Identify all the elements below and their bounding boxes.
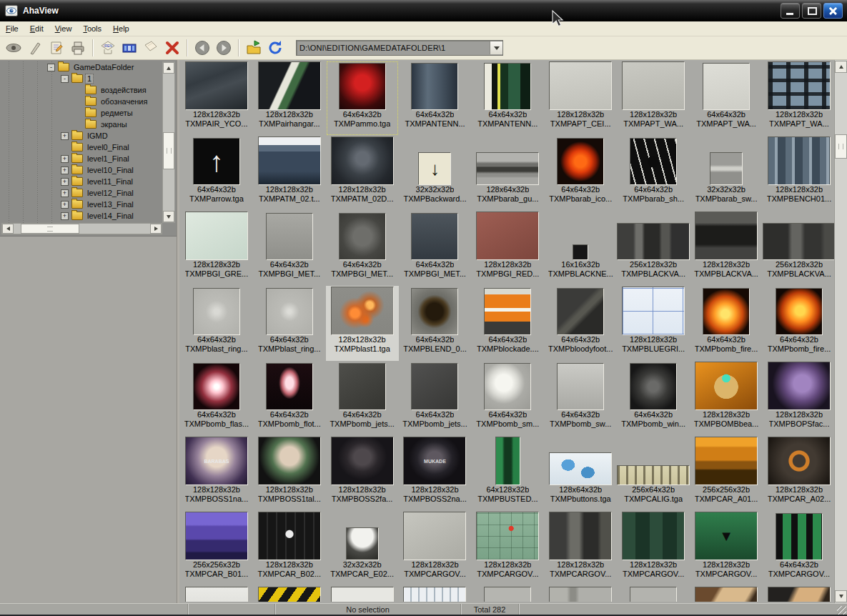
- tree-scroll-thumb[interactable]: [163, 132, 174, 169]
- thumbnail-image[interactable]: [630, 363, 677, 410]
- thumbnail-image[interactable]: [411, 288, 458, 335]
- thumbnail-item[interactable]: 64x64x32bTXMPbomb_jets...: [326, 361, 399, 436]
- grid-vertical-scrollbar[interactable]: [834, 60, 847, 603]
- thumbnail-item[interactable]: 64x64x32bTXMPbomb_flot...: [253, 361, 326, 436]
- back-button[interactable]: [192, 38, 213, 58]
- thumbnail-item[interactable]: 128x128x32bTXMPBLUEGRI...: [617, 286, 690, 361]
- collapse-toggle-icon[interactable]: -: [61, 75, 69, 83]
- thumbnail-item[interactable]: 32x32x32bTXMPCAR_E02...: [326, 511, 399, 586]
- thumbnail-image[interactable]: [258, 136, 321, 185]
- thumbnail-image[interactable]: [695, 437, 758, 485]
- thumbnail-item[interactable]: 256x128x32bTXMPBLACKVA...: [617, 211, 690, 286]
- thumbnail-image[interactable]: [557, 288, 604, 335]
- thumbnail-image[interactable]: [484, 587, 531, 602]
- thumbnail-item[interactable]: 64x64x32bTXMPbloodyfoot...: [544, 286, 617, 361]
- thumbnail-image[interactable]: [403, 587, 466, 602]
- thumbnail-item[interactable]: 128x128x32bTXMPAPT_WA...: [763, 61, 836, 136]
- tree-scroll-left-button[interactable]: [2, 224, 14, 234]
- thumbnail-item[interactable]: 128x128x32bTXMPBOMBbea...: [690, 361, 763, 436]
- tree-hscroll-thumb[interactable]: [21, 224, 79, 234]
- thumbnail-image[interactable]: ↓: [418, 152, 451, 185]
- thumbnail-image[interactable]: [622, 287, 685, 335]
- menu-view[interactable]: View: [49, 24, 78, 33]
- thumbnail-image[interactable]: [768, 136, 831, 185]
- thumbnail-image[interactable]: [768, 362, 831, 410]
- tree-horizontal-scrollbar[interactable]: [1, 223, 162, 234]
- thumbnail-image[interactable]: [495, 437, 520, 485]
- thumbnail-item[interactable]: 64x64x32bTXMPblockade....: [471, 286, 544, 361]
- tree-item-level1_Final[interactable]: +level1_Final: [0, 153, 162, 164]
- thumbnail-image[interactable]: [768, 437, 831, 485]
- expand-toggle-icon[interactable]: +: [61, 212, 69, 220]
- thumbnail-image[interactable]: [476, 512, 539, 560]
- tree-scroll-right-button[interactable]: [150, 224, 162, 234]
- tree-item-GameDataFolder[interactable]: -GameDataFolder: [0, 61, 162, 73]
- thumbnail-image[interactable]: [185, 512, 248, 560]
- thumbnail-item[interactable]: 128x128x32bTXMPBGI_GRE...: [180, 211, 253, 286]
- thumbnail-image[interactable]: [557, 138, 604, 185]
- delete-button[interactable]: [162, 38, 183, 58]
- tree-item-обозначения[interactable]: обозначения: [0, 96, 162, 107]
- thumbnail-image[interactable]: [339, 213, 386, 260]
- thumbnail-item[interactable]: 128x128x32bTXMPCARGOV...: [471, 511, 544, 586]
- thumbnail-item[interactable]: [544, 586, 617, 602]
- tree-vertical-scrollbar[interactable]: [162, 61, 175, 223]
- menu-help[interactable]: Help: [107, 24, 135, 33]
- thumbnail-item[interactable]: 128x128x32bTXMPATM_02.t...: [253, 136, 326, 211]
- description-button[interactable]: [46, 38, 67, 58]
- thumbnail-image[interactable]: [331, 287, 394, 335]
- thumbnail-item[interactable]: 64x64x32bTXMPbarab_ico...: [544, 136, 617, 211]
- thumbnail-item[interactable]: 32x32x32bTXMPbarab_sw...: [690, 136, 763, 211]
- thumbnail-image[interactable]: [549, 61, 612, 110]
- thumbnail-image[interactable]: [695, 587, 758, 602]
- convert-button[interactable]: [119, 38, 140, 58]
- thumbnail-item[interactable]: [399, 586, 472, 602]
- thumbnail-image[interactable]: [703, 288, 750, 335]
- forward-button[interactable]: [213, 38, 234, 58]
- thumbnail-image[interactable]: [549, 452, 612, 485]
- thumbnail-item[interactable]: [253, 586, 326, 602]
- thumbnail-image[interactable]: [411, 63, 458, 110]
- tree-item-level0_Final[interactable]: level0_Final: [0, 141, 162, 153]
- expand-toggle-icon[interactable]: +: [61, 201, 69, 209]
- thumbnail-image[interactable]: [776, 288, 823, 335]
- tree-item-редметы[interactable]: редметы: [0, 107, 162, 119]
- thumbnail-item[interactable]: 128x128x32bTXMPCAR_A02...: [763, 436, 836, 511]
- thumbnail-image[interactable]: [476, 152, 539, 185]
- thumbnail-image[interactable]: ↑: [193, 138, 240, 185]
- tree-item-экраны[interactable]: экраны: [0, 119, 162, 130]
- thumbnail-item[interactable]: 128x128x32bTXMPCARGOV...: [399, 511, 472, 586]
- rename-button[interactable]: IREN: [97, 38, 119, 58]
- thumbnail-item[interactable]: 128x128x32bTXMPCARGOV...: [544, 511, 617, 586]
- tree-item-воздействия[interactable]: воздействия: [0, 84, 162, 96]
- thumbnail-image[interactable]: [768, 587, 831, 602]
- thumbnail-item[interactable]: 64x64x32bTXMPbarab_sh...: [617, 136, 690, 211]
- thumbnail-image[interactable]: [695, 362, 758, 410]
- tree-item-1[interactable]: -1: [0, 73, 162, 84]
- close-button[interactable]: [823, 3, 843, 19]
- thumbnail-item[interactable]: 64x64x32bTXMPbomb_flas...: [180, 361, 253, 436]
- thumbnail-item[interactable]: 128x128x32bTXMPblast1.tga: [326, 286, 399, 361]
- thumbnail-item[interactable]: 16x16x32bTXMPBLACKNE...: [544, 211, 617, 286]
- view-button[interactable]: [3, 38, 24, 58]
- thumbnail-item[interactable]: 64x64x32bTXMPCARGOV...: [763, 511, 836, 586]
- thumbnail-image[interactable]: [185, 587, 248, 602]
- thumbnail-item[interactable]: 64x128x32bTXMPBUSTED...: [471, 436, 544, 511]
- tree-item-level14_Final[interactable]: +level14_Final: [0, 210, 162, 222]
- thumbnail-image[interactable]: [710, 152, 743, 185]
- expand-toggle-icon[interactable]: +: [61, 189, 69, 197]
- thumbnail-item[interactable]: 64x64x32bTXMPBGI_MET...: [253, 211, 326, 286]
- thumbnail-item[interactable]: [471, 586, 544, 602]
- thumbnail-image[interactable]: [622, 61, 685, 110]
- collapse-toggle-icon[interactable]: -: [47, 64, 55, 71]
- thumbnail-image[interactable]: [557, 363, 604, 410]
- menu-tools[interactable]: Tools: [77, 24, 107, 33]
- thumbnail-image[interactable]: [776, 513, 823, 560]
- thumbnail-item[interactable]: 128x64x32bTXMPbuttons.tga: [544, 436, 617, 511]
- thumbnail-image[interactable]: [411, 363, 458, 410]
- tree-item-IGMD[interactable]: +IGMD: [0, 130, 162, 141]
- tree-item-level12_Final[interactable]: +level12_Final: [0, 187, 162, 199]
- thumbnail-image[interactable]: [403, 512, 466, 560]
- thumbnail-image[interactable]: [193, 288, 240, 335]
- thumbnail-image[interactable]: [763, 223, 836, 260]
